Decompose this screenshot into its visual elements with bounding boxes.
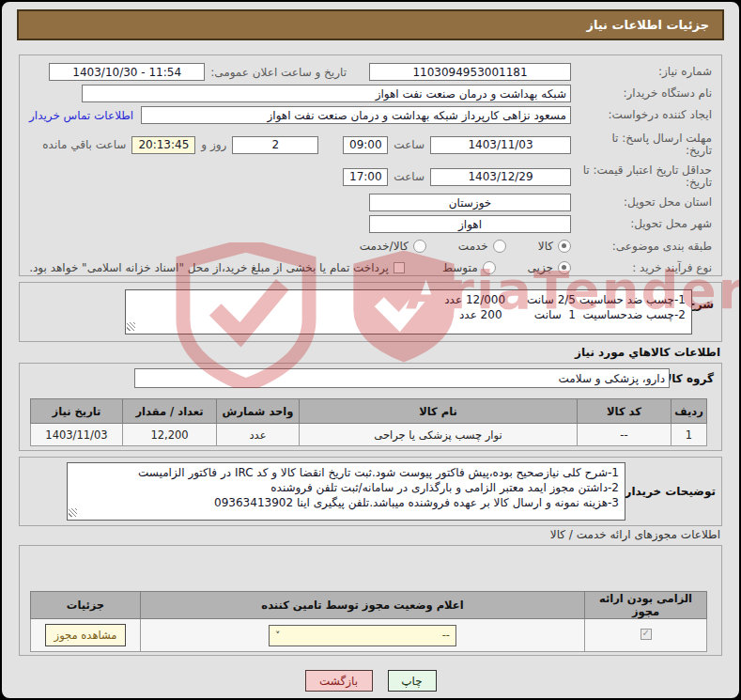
remaining-days-label: روز و [201, 138, 226, 151]
col-unit: واحد شمارش [217, 399, 300, 424]
license-required-checkbox[interactable] [641, 629, 652, 640]
bottom-buttons: چاپ بازگشت [2, 670, 739, 692]
cell-license-details: مشاهده مجوز [31, 619, 141, 652]
city-label: شهر محل تحویل: [571, 218, 712, 230]
row-reply-deadline: مهلت ارسال پاسخ: تا تاریخ: 1403/11/03 سا… [29, 131, 712, 159]
radio-goods-label: کالا [538, 240, 553, 253]
resize-handle-icon[interactable] [127, 322, 135, 331]
province-field[interactable]: خوزستان [369, 194, 571, 211]
col-license-required: الزامی بودن ارائه مجوز [585, 592, 707, 619]
need-details-page: جزئیات اطلاعات نیاز شماره نیاز: 11030949… [0, 0, 741, 700]
cell-license-required [585, 619, 707, 652]
remaining-days-field[interactable]: 2 [232, 136, 318, 154]
radio-medium[interactable] [483, 261, 496, 274]
print-button[interactable]: چاپ [388, 670, 437, 692]
goods-section-header: اطلاعات کالاهاي مورد نیاز [575, 346, 720, 359]
need-info-groupbox: شماره نیاز: 1103094953001181 تاریخ و ساع… [19, 54, 722, 276]
row-process-type: نوع فرآیند خرید : جزیی متوسط پرداخت تمام… [29, 261, 712, 274]
radio-service-label: خدمت [458, 240, 488, 253]
buyer-org-label: نام دستگاه خریدار: [571, 87, 712, 100]
radio-goods-service[interactable] [413, 240, 426, 253]
reply-deadline-date-field[interactable]: 1403/11/03 [430, 136, 571, 154]
license-groupbox: الزامی بودن ارائه مجوز اعلام وضعیت مجوز … [19, 545, 722, 656]
price-validity-label: حداقل تاریخ اعتبار قیمت: تا تاریخ: [571, 164, 712, 189]
announce-datetime-label: تاریخ و ساعت اعلان عمومی: [210, 66, 347, 79]
announce-datetime-field[interactable]: 11:54 - 1403/10/30 [49, 63, 205, 81]
cell-need-date: 1403/11/03 [31, 424, 123, 446]
process-type-label: نوع فرآیند خرید : [571, 262, 712, 274]
buyer-org-field[interactable]: شبکه بهداشت و درمان صنعت نفت اهواز [82, 85, 571, 102]
cell-item-name: نوار چسب پزشکی یا جراحی [300, 424, 578, 446]
row-creator: ایجاد کننده درخواست: مسعود نزاهی کارپردا… [29, 106, 712, 124]
col-need-date: تاریخ نیاز [31, 399, 123, 424]
goods-table-row: 1 -- نوار چسب پزشکی یا جراحی عدد 12,200 … [31, 424, 707, 446]
price-validity-time-field[interactable]: 17:00 [343, 168, 388, 186]
need-number-label: شماره نیاز: [571, 66, 712, 78]
province-label: استان محل تحویل: [571, 196, 712, 209]
row-buyer-org: نام دستگاه خریدار: شبکه بهداشت و درمان ص… [29, 85, 712, 102]
reply-deadline-label: مهلت ارسال پاسخ: تا تاریخ: [571, 132, 712, 157]
resize-handle-icon[interactable] [69, 508, 77, 517]
radio-goods-service-label: کالا/خدمت [360, 240, 409, 253]
buyer-notes-label: توضیحات خریدار: [621, 485, 716, 498]
col-license-details: جزئیات [31, 592, 141, 619]
license-table-row: -- ˅ مشاهده مجوز [31, 619, 707, 652]
row-need-number: شماره نیاز: 1103094953001181 تاریخ و ساع… [29, 63, 712, 81]
col-item-name: نام کالا [300, 399, 578, 424]
col-quantity: تعداد / مقدار [123, 399, 217, 424]
reply-deadline-time-field[interactable]: 09:00 [343, 136, 388, 154]
cell-license-status: -- ˅ [141, 619, 585, 652]
goods-group-field[interactable]: دارو، پزشکی و سلامت [134, 368, 670, 388]
license-section-header: اطلاعات مجوزهای ارائه خدمت / کالا [550, 528, 720, 541]
license-status-select[interactable]: -- ˅ [269, 625, 456, 646]
chevron-down-icon: ˅ [275, 630, 281, 642]
cell-unit: عدد [217, 424, 300, 446]
col-item-code: کد کالا [578, 399, 672, 424]
row-category: طبقه بندی موضوعی: کالا خدمت کالا/خدمت [29, 240, 712, 253]
category-label: طبقه بندی موضوعی: [571, 241, 712, 253]
price-validity-date-field[interactable]: 1403/12/29 [430, 168, 571, 186]
row-city: شهر محل تحویل: اهواز [29, 215, 712, 233]
city-field[interactable]: اهواز [369, 215, 571, 233]
license-table: الزامی بودن ارائه مجوز اعلام وضعیت مجوز … [30, 591, 707, 652]
radio-goods[interactable] [558, 240, 571, 253]
buyer-notes-groupbox: توضیحات خریدار: 1-شرح کلی نیازصحیح بوده،… [19, 457, 722, 526]
creator-field[interactable]: مسعود نزاهی کارپرداز شبکه بهداشت و درمان… [141, 106, 571, 124]
back-button[interactable]: بازگشت [305, 670, 373, 692]
view-license-button[interactable]: مشاهده مجوز [45, 624, 126, 646]
col-license-status: اعلام وضعیت مجوز توسط تامین کننده [141, 592, 585, 619]
price-validity-time-label: ساعت [394, 170, 425, 183]
row-province: استان محل تحویل: خوزستان [29, 194, 712, 211]
radio-service[interactable] [493, 240, 506, 253]
cell-quantity: 12,200 [123, 424, 217, 446]
goods-table: ردیف کد کالا نام کالا واحد شمارش تعداد /… [30, 398, 707, 446]
page-title: جزئیات اطلاعات نیاز [17, 9, 724, 40]
buyer-contact-link[interactable]: اطلاعات تماس خریدار [29, 109, 133, 122]
goods-table-header-row: ردیف کد کالا نام کالا واحد شمارش تعداد /… [31, 399, 707, 424]
col-row-index: ردیف [672, 399, 707, 424]
need-desc-groupbox: شرح کلي نیاز: 1-چسب ضد حساسیت 2/5 سانت 1… [19, 282, 722, 342]
treasury-payment-checkbox[interactable] [394, 262, 405, 273]
row-price-validity: حداقل تاریخ اعتبار قیمت: تا تاریخ: 1403/… [29, 163, 712, 191]
license-table-header-row: الزامی بودن ارائه مجوز اعلام وضعیت مجوز … [31, 592, 707, 619]
cell-item-code: -- [578, 424, 672, 446]
remaining-time-field: 20:13:45 [131, 136, 195, 154]
need-number-field[interactable]: 1103094953001181 [369, 63, 571, 81]
radio-minor[interactable] [558, 261, 571, 274]
remaining-time-label: ساعت باقي مانده [42, 138, 126, 151]
goods-groupbox: گروه کالا: دارو، پزشکی و سلامت ردیف کد ک… [19, 363, 722, 451]
reply-deadline-time-label: ساعت [394, 138, 425, 151]
cell-row-index: 1 [672, 424, 707, 446]
need-desc-textarea[interactable]: 1-چسب ضد حساسیت 2/5 سانت 12/000 عدد 2-چس… [125, 289, 692, 334]
radio-minor-label: جزیی [528, 261, 553, 274]
treasury-payment-label: پرداخت تمام یا بخشی از مبلغ خرید،از محل … [29, 261, 389, 274]
radio-medium-label: متوسط [442, 261, 478, 274]
creator-label: ایجاد کننده درخواست: [571, 109, 712, 121]
buyer-notes-textarea[interactable]: 1-شرح کلی نیازصحیح بوده،پیش فاکتور پیوست… [67, 462, 625, 521]
license-status-value: -- [442, 629, 450, 642]
